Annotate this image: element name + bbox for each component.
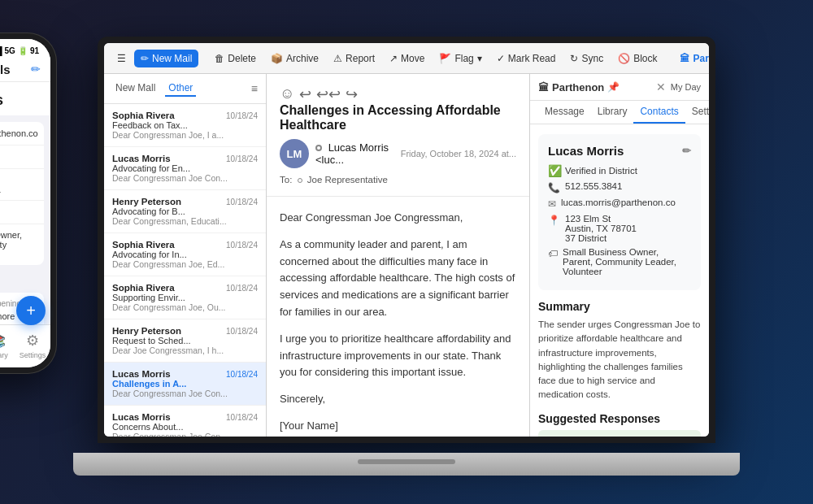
phone-contact-name: Lucas Morris (0, 82, 50, 115)
contact-address: 123 Elm St Austin, TX 78701 37 District (565, 214, 637, 243)
email-item-1[interactable]: Lucas Morris10/18/24 Advocating for En..… (104, 147, 266, 190)
preview-0: Dear Congressman Joe, I a... (112, 130, 258, 140)
preview-7: Dear Congressman Joe Con... (112, 432, 258, 437)
email-greeting: Dear Congressman Joe Congressman, (280, 210, 516, 227)
sender-5: Henry Peterson (112, 326, 181, 336)
emoji-button[interactable]: ☺ (280, 85, 294, 103)
move-button[interactable]: ↗ Move (383, 50, 431, 67)
delete-label: Delete (228, 53, 256, 64)
subject-4: Supporting Envir... (112, 293, 258, 302)
phone-status-bar: 10:52 ▐▐▐ 5G 🔋 91 (0, 39, 50, 57)
tab-message[interactable]: Message (538, 101, 591, 124)
phone-nav-settings[interactable]: ⚙ Settings (15, 328, 50, 363)
block-label: Block (633, 53, 657, 64)
archive-icon: 📦 (271, 53, 283, 64)
sender-name-text: Lucas Morris <luc... (315, 141, 389, 166)
sync-label: Sync (581, 53, 603, 64)
email-item-3[interactable]: Sophia Rivera10/18/24 Advocating for In.… (104, 233, 266, 276)
reply-button[interactable]: ↩ (299, 85, 311, 103)
tab-contacts[interactable]: Contacts (633, 101, 685, 124)
flag-chevron: ▾ (477, 53, 482, 64)
delete-button[interactable]: 🗑 Delete (208, 50, 263, 67)
email-meta-row: LM Lucas Morris <luc... Friday, October … (280, 139, 516, 168)
email-list-panel: New Mall Other ≡ Sophia Rivera10/18/24 F… (104, 74, 267, 437)
sender-6: Lucas Morris (112, 369, 171, 379)
phone-tags-value: Small Business Owner, Parent, Community … (0, 230, 36, 259)
subject-5: Request to Sched... (112, 336, 258, 345)
parthenon-button[interactable]: 🏛 Parthenon (673, 50, 709, 67)
report-icon: ⚠ (333, 53, 342, 64)
trash-icon: 🗑 (215, 53, 224, 64)
sender-0: Sophia Rivera (112, 111, 175, 120)
sidebar-toggle-button[interactable]: ☰ (111, 50, 133, 67)
email-item-2[interactable]: Henry Peterson10/18/24 Advocating for B.… (104, 190, 266, 233)
preview-5: Dear Joe Congressman, I h... (112, 345, 258, 355)
move-label: Move (401, 53, 424, 64)
date-7: 10/18/24 (226, 413, 258, 422)
new-mail-button[interactable]: ✏ New Mail (134, 50, 198, 67)
main-area: New Mall Other ≡ Sophia Rivera10/18/24 F… (104, 74, 709, 437)
email-item-4[interactable]: Sophia Rivera10/18/24 Supporting Envir..… (104, 276, 266, 319)
email-signature: [Your Name] (280, 418, 516, 435)
report-button[interactable]: ⚠ Report (327, 50, 381, 67)
phone-fab-button[interactable]: + (16, 296, 46, 325)
tab-settings[interactable]: Settings (685, 101, 709, 124)
suggested-response-card-0[interactable]: Affordable Healthcare Advocacy 71% match… (538, 430, 701, 437)
folder-tab-other[interactable]: Other (165, 80, 196, 97)
folder-tab-new-mall[interactable]: New Mall (112, 80, 159, 97)
phone-email-row: ✉ lucas.morris@parthenon.co (0, 122, 44, 146)
reply-all-button[interactable]: ↩↩ (316, 85, 341, 103)
block-icon: 🚫 (618, 53, 630, 64)
contact-edit-icon[interactable]: ✏ (682, 145, 691, 157)
mark-read-button[interactable]: ✓ Mark Read (490, 50, 563, 67)
parthenon-close-button[interactable]: ✕ (656, 80, 666, 93)
sync-button[interactable]: ↻ Sync (563, 50, 610, 67)
phone-header: ‹ Contact Details ✏ (0, 57, 50, 82)
preview-3: Dear Congressman Joe, Ed... (112, 259, 258, 269)
email-item-6[interactable]: Lucas Morris10/18/24 Challenges in A... … (104, 363, 266, 406)
summary-section-title: Summary (538, 300, 701, 313)
preview-4: Dear Congressman Joe, Ou... (112, 302, 258, 312)
to-name: Joe Representative (307, 175, 388, 185)
signal-icon: ▐▐▐ (0, 46, 2, 55)
contact-phone-row: 📞 512.555.3841 (548, 181, 691, 193)
phone-nav-library[interactable]: 📚 Library (0, 328, 15, 363)
district: 37 District (565, 233, 637, 243)
flag-icon: 🚩 (439, 53, 451, 64)
contact-tags-row: 🏷 Small Business Owner, Parent, Communit… (548, 247, 691, 276)
phone-phone-row: 📞 512.555.3841 (0, 146, 44, 169)
sender-avatar: LM (280, 139, 309, 168)
block-button[interactable]: 🚫 Block (611, 50, 663, 67)
tab-library[interactable]: Library (591, 101, 634, 124)
phone-edit-button[interactable]: ✏ (31, 63, 41, 76)
preview-1: Dear Congressman Joe Con... (112, 173, 258, 183)
email-item-5[interactable]: Henry Peterson10/18/24 Request to Sched.… (104, 319, 266, 363)
email-item-0[interactable]: Sophia Rivera10/18/24 Feedback on Tax...… (104, 104, 266, 147)
email-body: Dear Congressman Joe Congressman, As a c… (267, 197, 529, 437)
address-line1: 123 Elm St (565, 214, 637, 224)
address-line2: Austin, TX 78701 (565, 224, 637, 233)
parthenon-logo-icon: 🏛 (538, 81, 549, 93)
my-day-link[interactable]: My Day (671, 82, 701, 92)
archive-label: Archive (286, 53, 319, 64)
subject-7: Concerns About... (112, 422, 258, 432)
forward-button[interactable]: ↪ (346, 85, 358, 103)
filter-icon[interactable]: ≡ (251, 82, 258, 95)
library-icon: 📚 (0, 332, 6, 350)
to-row: To: Joe Representative (280, 172, 516, 188)
email-item-7[interactable]: Lucas Morris10/18/24 Concerns About... D… (104, 406, 266, 437)
flag-button[interactable]: 🚩 Flag ▾ (433, 50, 488, 67)
flag-label: Flag (454, 53, 473, 64)
parthenon-tabs: Message Library Contacts Settings (530, 101, 709, 124)
phone-contact-body: Lucas Morris ✉ lucas.morris@parthenon.co… (0, 82, 50, 324)
contact-name-text: Lucas Morris (548, 144, 624, 158)
sender-7: Lucas Morris (112, 412, 171, 422)
email-detail-header: ☺ ↩ ↩↩ ↪ Challenges in Accessing Afforda… (267, 74, 529, 197)
sender-1: Lucas Morris (112, 154, 171, 163)
recent-interactions-title: Recent Interactions (0, 272, 50, 289)
archive-button[interactable]: 📦 Archive (264, 50, 325, 67)
contact-email: lucas.morris@parthenon.co (561, 198, 676, 207)
suggested-responses-title: Suggested Responses (538, 412, 701, 425)
date-4: 10/18/24 (226, 284, 258, 293)
phone-device: 10:52 ▐▐▐ 5G 🔋 91 ‹ Contact Details ✏ Lu… (0, 33, 57, 374)
